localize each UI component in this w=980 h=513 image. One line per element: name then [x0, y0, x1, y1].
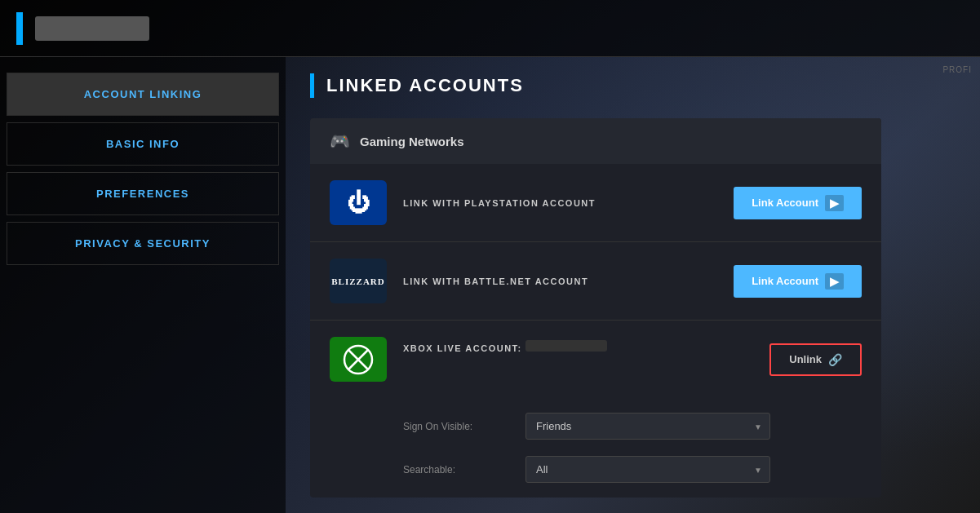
sign-on-visible-select[interactable]: Friends All None	[525, 413, 770, 440]
playstation-row: ⏻ LINK WITH PLAYSTATION ACCOUNT Link Acc…	[310, 164, 881, 242]
searchable-label: Searchable:	[403, 464, 509, 475]
top-bar	[0, 0, 980, 57]
page-title: LINKED ACCOUNTS	[326, 75, 524, 96]
profile-label: PROFI	[942, 65, 972, 74]
xbox-unlink-button[interactable]: Unlink 🔗	[769, 343, 862, 376]
sign-on-visible-row: Sign On Visible: Friends All None	[403, 405, 862, 448]
link-arrow-icon: ▶	[825, 195, 844, 211]
xbox-row: XBOX LIVE ACCOUNT: Unlink 🔗 Sign On Visi…	[310, 321, 881, 498]
blizzard-row: BLIZZARD LINK WITH BATTLE.NET ACCOUNT Li…	[310, 242, 881, 321]
sidebar-item-preferences[interactable]: PREFERENCES	[7, 172, 279, 215]
sidebar-item-basic-info[interactable]: BASIC INFO	[7, 122, 279, 166]
xbox-sub-rows: Sign On Visible: Friends All None Search…	[403, 398, 862, 491]
username-bar	[35, 16, 149, 41]
blizzard-link-arrow-icon: ▶	[825, 273, 844, 290]
controller-icon: 🎮	[330, 131, 350, 151]
playstation-label: LINK WITH PLAYSTATION ACCOUNT	[403, 198, 717, 208]
main-content: LINKED ACCOUNTS 🎮 Gaming Networks ⏻ LINK…	[286, 57, 980, 513]
sidebar: ACCOUNT LINKING BASIC INFO PREFERENCES P…	[0, 57, 286, 513]
searchable-row: Searchable: All Friends None	[403, 448, 862, 491]
gaming-networks-title: Gaming Networks	[360, 135, 464, 148]
blizzard-link-button[interactable]: Link Account ▶	[734, 265, 862, 298]
unlink-chain-icon: 🔗	[828, 353, 842, 366]
searchable-select-wrapper[interactable]: All Friends None	[525, 456, 770, 483]
blizzard-logo: BLIZZARD	[330, 259, 387, 303]
main-layout: ACCOUNT LINKING BASIC INFO PREFERENCES P…	[0, 57, 980, 513]
sidebar-item-privacy-security[interactable]: PRIVACY & SECURITY	[7, 222, 279, 265]
playstation-link-button[interactable]: Link Account ▶	[734, 187, 862, 219]
playstation-icon: ⏻	[347, 189, 370, 216]
logo-bar	[16, 12, 23, 45]
sidebar-item-account-linking[interactable]: ACCOUNT LINKING	[7, 73, 279, 116]
xbox-icon	[343, 344, 374, 375]
xbox-username	[525, 340, 607, 352]
blizzard-label: LINK WITH BATTLE.NET ACCOUNT	[403, 276, 717, 286]
xbox-info: XBOX LIVE ACCOUNT:	[403, 337, 753, 355]
playstation-logo: ⏻	[330, 180, 387, 225]
sign-on-visible-label: Sign On Visible:	[403, 421, 509, 432]
xbox-label: XBOX LIVE ACCOUNT:	[403, 343, 522, 353]
page-title-row: LINKED ACCOUNTS	[310, 73, 956, 98]
accounts-card: 🎮 Gaming Networks ⏻ LINK WITH PLAYSTATIO…	[310, 118, 881, 498]
gaming-networks-header: 🎮 Gaming Networks	[310, 118, 881, 164]
searchable-select[interactable]: All Friends None	[525, 456, 770, 483]
title-accent-bar	[310, 73, 314, 98]
sign-on-visible-select-wrapper[interactable]: Friends All None	[525, 413, 770, 440]
xbox-logo	[330, 337, 387, 382]
